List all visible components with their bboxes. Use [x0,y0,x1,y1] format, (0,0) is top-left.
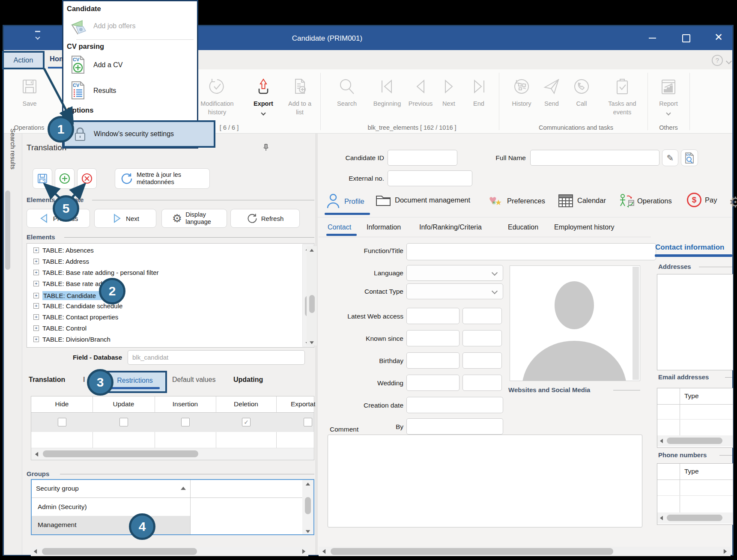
contact-type-select[interactable] [406,283,503,299]
full-name-input[interactable] [530,150,659,166]
menu-item-add-a-cv[interactable]: CV Add a CV [69,53,197,77]
tab-updating[interactable]: Updating [233,376,263,384]
tab-default-values[interactable]: Default values [172,376,215,384]
security-group-column-header[interactable]: Security group [36,485,79,492]
end-button[interactable]: End [468,77,490,116]
expand-icon[interactable]: + [33,303,39,309]
scroll-down-icon[interactable] [310,341,314,344]
scroll-left-icon[interactable] [35,452,38,456]
subtab-employment-history[interactable]: Employment history [554,223,615,231]
email-table-scrollbar[interactable] [657,435,733,447]
hide-checkbox[interactable] [58,418,66,426]
sidebar-scrollbar-thumb[interactable] [5,191,10,270]
right-panel-vertical-scrollbar-thumb[interactable] [309,295,315,313]
tab-settings-partial[interactable]: ⚙ [729,194,737,211]
refresh-elements-button[interactable]: Refresh [230,209,300,228]
export-button[interactable]: Export [250,77,277,120]
candidate-photo[interactable] [510,265,640,381]
add-to-list-button[interactable]: Add to a list [284,77,316,120]
next-button[interactable]: Next [438,77,460,116]
left-panel-scrollbar-thumb[interactable] [42,548,197,555]
delete-translation-button[interactable] [77,168,97,189]
comment-textarea[interactable] [328,435,642,527]
left-panel-scrollbar[interactable] [31,547,308,556]
birthday-date-input[interactable] [406,352,460,369]
tree-row[interactable]: +TABLE: Control [33,325,87,332]
expand-icon[interactable]: + [33,259,39,264]
menu-item-window-security-settings[interactable]: Window's security settings [63,120,215,148]
wedding-date-input[interactable] [406,375,460,391]
menu-item-results[interactable]: CV Results [69,79,197,103]
tab-translation[interactable]: Translation [29,376,65,384]
tree-row[interactable]: +TABLE: Division/Branch [33,336,110,343]
history-button[interactable]: History [508,77,535,116]
wedding-extra-input[interactable] [462,375,502,391]
scroll-right-icon[interactable] [302,549,305,554]
report-button[interactable]: Report [655,77,682,120]
help-button[interactable]: ? [712,55,723,66]
known-since-time-input[interactable] [462,330,502,346]
latest-web-access-date-input[interactable] [406,308,460,324]
groups-scrollbar[interactable] [302,480,313,534]
column-header-deletion[interactable]: Deletion [216,400,276,408]
tab-partially-hidden[interactable]: I [83,376,85,384]
expand-icon[interactable]: + [33,314,39,320]
insertion-checkbox[interactable] [181,418,190,426]
scroll-left-icon[interactable] [322,549,325,554]
tab-document-management[interactable]: Document management [375,193,470,207]
update-metadata-button[interactable]: Mettre à jour les métadonnées [115,168,210,189]
minimize-button[interactable] [645,32,660,44]
email-table-scrollbar-thumb[interactable] [667,438,722,444]
close-button[interactable]: ✕ [711,31,726,44]
expand-icon[interactable]: + [33,337,39,342]
group-row-management[interactable]: Management [38,521,76,529]
group-row-admin[interactable]: Admin (Security) [38,503,87,511]
birthday-extra-input[interactable] [462,352,502,369]
groups-scrollbar-thumb[interactable] [305,497,311,514]
scroll-left-icon[interactable] [660,439,663,444]
field-database-input[interactable]: blk_candidat [128,350,305,365]
expand-icon[interactable]: + [33,247,39,253]
by-input[interactable] [406,418,503,435]
phone-table-scrollbar-thumb[interactable] [667,515,722,521]
email-addresses-table[interactable]: Type [657,388,733,448]
exportation-checkbox[interactable] [304,418,312,426]
modification-history-button[interactable]: Modification history [194,77,241,120]
action-tab[interactable]: Action [2,51,45,69]
tab-calendar[interactable]: Calendar [558,193,606,208]
save-translation-button[interactable] [33,168,52,189]
tab-operations[interactable]: Operations [618,193,672,209]
candidate-id-input[interactable] [388,150,457,166]
display-language-button[interactable]: ⚙ Display language [161,209,227,228]
expand-icon[interactable]: + [33,293,39,298]
update-checkbox[interactable] [119,418,128,426]
next-element-button[interactable]: Next [94,209,156,228]
restrictions-scrollbar[interactable] [31,448,314,460]
restrictions-scrollbar-thumb[interactable] [43,450,198,457]
ribbon-collapse-chevron-icon[interactable] [727,57,731,65]
tab-profile[interactable]: Profile [325,193,364,210]
phone-numbers-table[interactable]: Type [657,463,733,525]
tree-row[interactable]: +TABLE: Address [33,258,89,265]
quick-access-icon[interactable] [35,31,40,41]
cv-search-button[interactable]: CV [681,149,698,166]
scroll-left-icon[interactable] [660,516,663,521]
tree-row[interactable]: +TABLE: Base rate adding - personal filt… [33,269,159,276]
add-translation-button[interactable] [55,168,75,189]
maximize-button[interactable] [678,32,694,44]
phone-table-scrollbar[interactable] [657,512,733,524]
right-panel-vertical-scrollbar[interactable] [307,246,317,346]
subtab-education[interactable]: Education [508,223,538,231]
edit-full-name-button[interactable]: ✎ [662,149,678,166]
email-type-column-header[interactable]: Type [684,392,699,400]
scroll-down-icon[interactable] [306,530,310,533]
expand-icon[interactable]: + [33,281,39,286]
latest-web-access-time-input[interactable] [462,308,502,324]
tree-row[interactable]: +TABLE: Contact properties [33,313,118,321]
expand-icon[interactable]: + [33,270,39,275]
right-panel-scrollbar-thumb[interactable] [331,548,613,555]
tab-preferences[interactable]: ♥ ★ ✳ Preferences [489,193,545,209]
beginning-button[interactable]: Beginning [369,77,405,116]
phone-type-column-header[interactable]: Type [684,468,699,475]
call-button[interactable]: Call [570,77,594,116]
